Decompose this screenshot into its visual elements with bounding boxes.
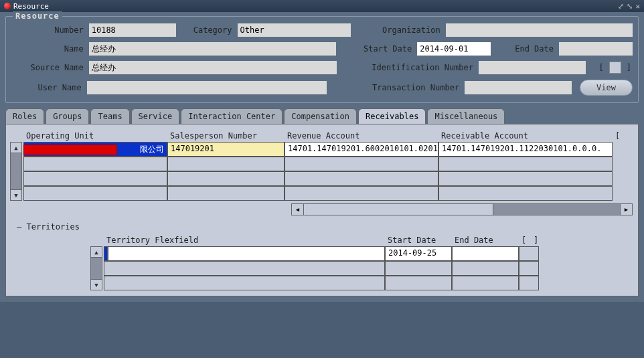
tab-compensation[interactable]: Compensation — [284, 108, 357, 124]
start-date-label: Start Date — [340, 44, 414, 54]
col-salesperson-number: Salesperson Number — [167, 130, 285, 142]
territories-vscroll[interactable]: ▲ ▼ — [90, 246, 102, 290]
tab-receivables[interactable]: Receivables — [358, 108, 426, 124]
number-label: Number — [11, 25, 85, 35]
name-input[interactable] — [89, 42, 336, 56]
user-name-label: User Name — [11, 83, 83, 92]
tab-teams[interactable]: Teams — [90, 108, 129, 124]
trans-number-input[interactable] — [465, 81, 572, 94]
window-titlebar: Resource ⤢ ⤡ ✕ — [0, 0, 644, 12]
tab-groups[interactable]: Groups — [46, 108, 89, 124]
scroll-right-icon[interactable]: ▶ — [620, 204, 632, 215]
end-date-input[interactable] — [559, 42, 633, 56]
tab-service[interactable]: Service — [131, 108, 180, 124]
receivables-vscroll[interactable]: ▲ ▼ — [10, 142, 22, 201]
resource-legend: Resource — [13, 11, 62, 21]
bracket-close: ] — [625, 63, 633, 72]
table-row[interactable] — [104, 261, 539, 276]
trans-number-label: Transaction Number — [331, 83, 461, 92]
table-row[interactable] — [23, 186, 634, 201]
organization-input[interactable] — [446, 23, 633, 37]
table-row[interactable] — [104, 276, 539, 290]
user-name-input[interactable] — [87, 81, 327, 94]
window-close-icon[interactable]: ✕ — [635, 2, 640, 11]
scroll-up-icon[interactable]: ▲ — [11, 143, 21, 153]
organization-label: Organization — [355, 25, 442, 35]
col-terr-start-date: Start Date — [385, 234, 452, 246]
col-terr-bracket-open: [ — [519, 234, 531, 246]
number-input[interactable] — [89, 23, 176, 37]
category-input[interactable] — [238, 23, 351, 37]
oracle-icon — [4, 3, 11, 9]
territories-legend: — Territories — [10, 222, 634, 232]
table-row[interactable]: 2014-09-25 — [104, 246, 539, 261]
category-label: Category — [180, 25, 234, 35]
col-operating-unit: Operating Unit — [23, 130, 167, 142]
name-label: Name — [11, 44, 85, 54]
source-name-input[interactable] — [89, 61, 337, 74]
resource-panel: Resource Number Category Organization Na… — [5, 16, 639, 103]
tabs: Roles Groups Teams Service Interaction C… — [5, 108, 639, 124]
cell-terr-end-date[interactable] — [452, 246, 519, 261]
scroll-up-icon[interactable]: ▲ — [91, 247, 102, 258]
redacted-overlay — [23, 145, 117, 155]
col-bracket: [ — [613, 130, 626, 142]
col-territory-flexfield: Territory Flexfield — [104, 234, 385, 246]
col-terr-end-date: End Date — [452, 234, 519, 246]
receivables-hscroll[interactable]: ◀ ▶ — [291, 203, 633, 215]
bracket-open: [ — [598, 63, 605, 72]
col-revenue-account: Revenue Account — [285, 130, 438, 142]
scroll-down-icon[interactable]: ▼ — [91, 279, 102, 290]
view-button[interactable]: View — [580, 80, 633, 96]
flex-button[interactable] — [609, 62, 621, 74]
col-receivable-account: Receivable Account — [438, 130, 613, 142]
cell-revenue-account[interactable]: 14701.147019201.6002010101.02010 — [285, 142, 438, 157]
ident-number-label: Identification Number — [341, 63, 475, 72]
receivables-panel: Operating Unit Salesperson Number Revenu… — [5, 124, 639, 296]
table-row[interactable] — [23, 157, 634, 171]
col-terr-bracket-close: ] — [531, 234, 543, 246]
window-minimize-icon[interactable]: ⤡ — [627, 2, 633, 11]
window-title: Resource — [13, 2, 618, 11]
source-name-label: Source Name — [11, 63, 85, 72]
tab-miscellaneous[interactable]: Miscellaneous — [427, 108, 505, 124]
tab-roles[interactable]: Roles — [5, 108, 44, 124]
tab-interaction-center[interactable]: Interaction Center — [181, 108, 283, 124]
ident-number-input[interactable] — [479, 61, 586, 74]
window-resize-icon[interactable]: ⤢ — [618, 2, 624, 11]
cell-terr-start-date[interactable]: 2014-09-25 — [385, 246, 452, 261]
scroll-down-icon[interactable]: ▼ — [11, 189, 21, 200]
cell-receivable-account[interactable]: 14701.147019201.1122030101.0.0.0. — [438, 142, 613, 157]
table-row[interactable] — [23, 171, 634, 186]
cell-territory-flexfield[interactable] — [108, 246, 385, 261]
end-date-label: End Date — [495, 44, 555, 54]
cell-salesperson-number[interactable]: 147019201 — [167, 142, 285, 157]
start-date-input[interactable] — [417, 42, 491, 56]
scroll-left-icon[interactable]: ◀ — [292, 204, 304, 215]
